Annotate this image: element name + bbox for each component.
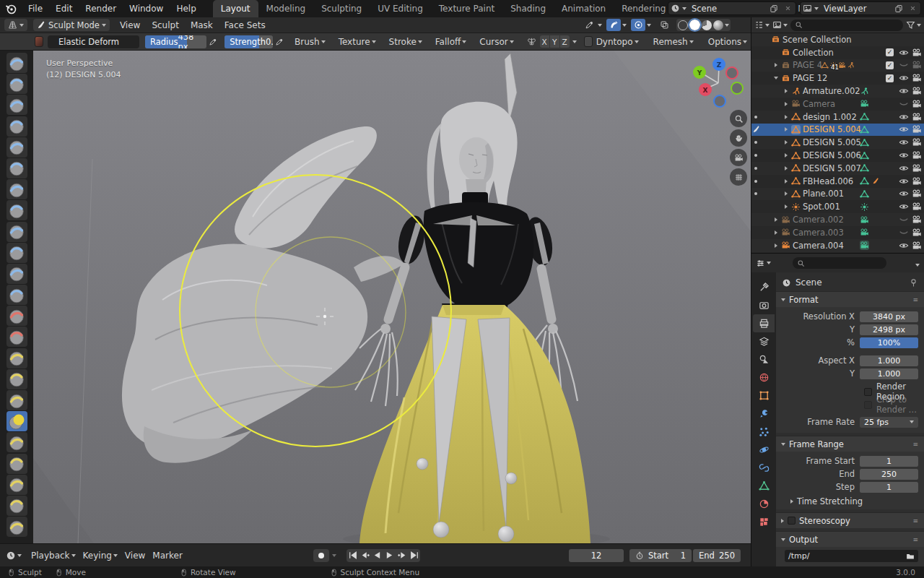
navigation-gizmo[interactable]: Z Y X (692, 56, 746, 111)
jump-to-end-button[interactable] (408, 549, 420, 562)
outliner-item-spot-001[interactable]: Spot.001 (751, 200, 924, 213)
options-popover[interactable]: Options (705, 37, 751, 47)
orthographic-toggle-button[interactable] (730, 168, 747, 186)
properties-tab-particles[interactable] (753, 423, 775, 441)
hide-in-viewport-toggle[interactable] (899, 241, 909, 251)
sculpt-brush-15[interactable] (6, 369, 27, 389)
viewlayer-selector[interactable]: ViewLayer (800, 1, 921, 15)
outliner-item-design-5-006[interactable]: DESIGN 5.006 (751, 149, 924, 162)
radius-slider[interactable]: Radius 438 px (145, 35, 206, 48)
sculpt-brush-11[interactable] (6, 285, 27, 305)
disable-in-renders-toggle[interactable] (912, 176, 922, 186)
hide-in-viewport-toggle[interactable] (899, 48, 909, 58)
pan-button[interactable] (730, 129, 747, 147)
sculpt-brush-6[interactable] (6, 179, 27, 199)
snap-toggle[interactable] (606, 19, 621, 31)
sculpt-brush-22[interactable] (6, 517, 27, 537)
symmetry-chevron[interactable] (572, 40, 577, 43)
popover-stroke[interactable]: Stroke (385, 37, 426, 47)
timeline-menu-marker[interactable]: Marker (149, 551, 186, 561)
camera-view-button[interactable] (730, 149, 747, 166)
render-region-checkbox[interactable] (864, 388, 872, 396)
hide-in-viewport-toggle[interactable] (899, 99, 909, 109)
outliner-editor-selector[interactable] (754, 20, 770, 30)
solid-shading-icon[interactable] (689, 20, 700, 30)
sculpt-brush-4[interactable] (6, 137, 27, 158)
strength-pressure-icon[interactable] (274, 35, 285, 48)
dyntopo-popover[interactable]: Dyntopo (593, 37, 642, 47)
hide-in-viewport-toggle[interactable] (899, 86, 909, 96)
timeline-menu-keying[interactable]: Keying (79, 551, 121, 561)
properties-tab-render[interactable] (753, 296, 775, 314)
properties-tab-tool[interactable] (753, 278, 775, 296)
outliner-item-camera[interactable]: Camera (751, 98, 924, 111)
stereoscopy-checkbox[interactable] (788, 517, 796, 525)
expand-arrow-icon[interactable] (782, 140, 790, 144)
hide-in-viewport-toggle[interactable] (899, 112, 909, 122)
properties-tab-constraints[interactable] (753, 459, 775, 477)
new-viewlayer-button[interactable] (893, 3, 905, 14)
expand-arrow-icon[interactable] (772, 243, 780, 248)
sculpt-brush-2[interactable] (6, 95, 27, 115)
zoom-button[interactable] (730, 110, 747, 127)
outliner-item-page-12[interactable]: PAGE 12✓ (751, 72, 924, 85)
disable-in-renders-toggle[interactable] (912, 137, 922, 147)
expand-arrow-icon[interactable] (772, 77, 780, 79)
hide-in-viewport-toggle[interactable] (899, 215, 909, 225)
sculpt-brush-8[interactable] (6, 222, 27, 242)
outliner-item-camera-003[interactable]: Camera.003 (751, 226, 924, 239)
disable-in-renders-toggle[interactable] (912, 150, 922, 160)
workspace-tab-texture-paint[interactable]: Texture Paint (431, 0, 502, 17)
overlays-toggle[interactable] (657, 19, 671, 31)
properties-tab-output[interactable] (753, 314, 775, 332)
pin-icon[interactable] (909, 278, 918, 288)
delete-scene-button[interactable] (782, 3, 793, 14)
symmetry-z-toggle[interactable]: Z (560, 35, 570, 48)
dyntopo-checkbox[interactable] (584, 36, 593, 47)
workspace-tab-animation[interactable]: Animation (554, 0, 614, 17)
workspace-tab-shading[interactable]: Shading (502, 0, 554, 17)
sculpt-brush-9[interactable] (6, 243, 27, 263)
disable-in-renders-toggle[interactable] (912, 60, 922, 70)
frame-step-field[interactable]: 1 (860, 482, 918, 493)
sculpt-brush-17-elastic-deform-active[interactable] (6, 411, 27, 431)
timeline-menu-playback[interactable]: Playback (27, 551, 79, 561)
disable-in-renders-toggle[interactable] (912, 99, 922, 109)
viewport-menu-face-sets[interactable]: Face Sets (219, 20, 271, 30)
properties-tab-object[interactable] (753, 387, 775, 405)
current-frame-field[interactable]: 12 (569, 549, 624, 562)
disable-in-renders-toggle[interactable] (912, 73, 922, 83)
collection-checkbox[interactable]: ✓ (886, 74, 894, 82)
sculpt-brush-12[interactable] (6, 306, 27, 326)
hide-in-viewport-toggle[interactable] (899, 150, 909, 160)
play-reverse-button[interactable] (371, 549, 383, 562)
stereoscopy-panel-header[interactable]: Stereoscopy≡ (776, 513, 924, 528)
menu-help[interactable]: Help (170, 4, 202, 14)
resolution-x-field[interactable]: 3840 px (860, 311, 918, 322)
properties-search-input[interactable] (793, 257, 886, 269)
menu-file[interactable]: File (22, 4, 49, 14)
remove-viewlayer-button[interactable] (907, 3, 918, 14)
expand-arrow-icon[interactable] (772, 63, 780, 67)
proportional-edit-toggle[interactable] (631, 19, 645, 31)
workspace-tab-modeling[interactable]: Modeling (258, 0, 314, 17)
expand-arrow-icon[interactable] (782, 115, 790, 119)
sculpt-brush-1[interactable] (6, 74, 27, 94)
resolution-percent-slider[interactable]: 100% (860, 337, 918, 348)
shading-chevron[interactable] (725, 24, 729, 27)
outliner-item-design-5-007[interactable]: DESIGN 5.007 (751, 162, 924, 175)
editor-type-selector[interactable] (4, 19, 27, 31)
disable-in-renders-toggle[interactable] (912, 228, 922, 238)
frame-end-field[interactable]: 250 (860, 469, 918, 480)
menu-edit[interactable]: Edit (49, 4, 79, 14)
sculpt-brush-18[interactable] (6, 432, 27, 452)
sculpt-brush-16[interactable] (6, 390, 27, 410)
sculpt-brush-3[interactable] (6, 116, 27, 137)
hide-in-viewport-toggle[interactable] (899, 60, 909, 70)
collection-checkbox[interactable]: ✓ (886, 48, 894, 56)
output-path-field[interactable]: /tmp/ (785, 550, 918, 562)
outliner-filter-button[interactable] (906, 20, 921, 30)
format-panel-header[interactable]: Format≡ (776, 292, 924, 307)
properties-tab-material[interactable] (753, 495, 775, 513)
sculpt-brush-10[interactable] (6, 264, 27, 284)
